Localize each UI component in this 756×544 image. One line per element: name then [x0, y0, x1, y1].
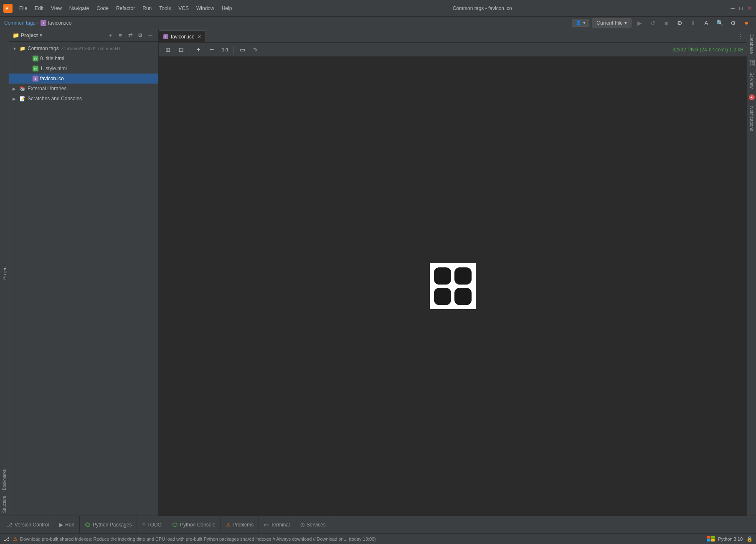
- version-control-icon: ⎇: [7, 522, 13, 528]
- panel-toolbar: + ≡ ⇄ ⚙ ─: [106, 31, 155, 40]
- grid-button[interactable]: ⊟: [175, 44, 187, 56]
- tree-root-label: Common tags: [28, 46, 59, 51]
- hide-panel-button[interactable]: ─: [146, 31, 155, 40]
- warning-icon[interactable]: ⚠: [12, 536, 18, 542]
- menu-vcs[interactable]: VCS: [175, 4, 192, 13]
- encoding-icon[interactable]: 🔒: [746, 536, 753, 542]
- current-file-arrow: ▾: [624, 20, 627, 26]
- menu-code[interactable]: Code: [93, 4, 112, 13]
- bookmarks-label[interactable]: Bookmarks: [1, 467, 8, 493]
- git-icon[interactable]: ⎇: [3, 536, 10, 542]
- menu-help[interactable]: Help: [218, 4, 236, 13]
- search-button[interactable]: 🔍: [714, 18, 725, 28]
- menu-edit[interactable]: Edit: [31, 4, 47, 13]
- tree-scratches-consoles[interactable]: ▶ 📝 Scratches and Consoles: [9, 94, 158, 104]
- file-tree: ▼ 📁 Common tags C:\Users\13600\front end…: [9, 42, 158, 432]
- profile-button[interactable]: 👤 ▾: [572, 19, 589, 27]
- pause-button[interactable]: ⏸: [688, 18, 698, 28]
- favicon-circle-1: [434, 267, 451, 285]
- project-panel-header: 📁 Project ▾ + ≡ ⇄ ⚙ ─: [9, 29, 158, 42]
- notifications-tab[interactable]: Notifications: [748, 103, 756, 135]
- fit-page-button[interactable]: ⊞: [162, 44, 174, 56]
- python-version[interactable]: Python 3.10: [718, 536, 743, 541]
- favicon-circle-4: [454, 288, 472, 305]
- run-tab[interactable]: ▶ Run: [54, 516, 80, 533]
- stop-button[interactable]: ■: [661, 18, 672, 28]
- breadcrumb-filename: favicon.ico: [48, 20, 72, 26]
- python-packages-icon: [85, 522, 91, 528]
- toolbar-divider: [190, 46, 190, 54]
- tree-item-label: External Libraries: [28, 86, 66, 92]
- coverage-button[interactable]: ⚙: [674, 18, 685, 28]
- image-size-info: 32x32 PNG (24-bit color) 1.2 kB: [672, 47, 743, 53]
- database-tab[interactable]: Database: [748, 31, 756, 57]
- favicon-icon: I: [41, 20, 46, 26]
- problems-icon: ⚠: [226, 522, 231, 528]
- status-right: Python 3.10 🔒: [707, 536, 753, 542]
- image-viewer-toolbar: ⊞ ⊟ + − 1:1 ▭ ✎ 32x32 PNG (24-bit color)…: [159, 43, 747, 57]
- project-title-arrow[interactable]: ▾: [40, 33, 42, 38]
- terminal-icon: ▭: [264, 522, 269, 528]
- tree-item-label: 1. style.html: [40, 66, 67, 71]
- actual-size-button[interactable]: 1:1: [219, 44, 231, 56]
- structure-label[interactable]: Structure: [1, 493, 8, 516]
- python-packages-tab[interactable]: Python Packages: [80, 516, 137, 533]
- menu-view[interactable]: View: [48, 4, 65, 13]
- run-button[interactable]: ▶: [634, 18, 645, 28]
- status-bar: ⎇ ⚠ Download pre-built shared indexes: R…: [0, 533, 756, 544]
- run-label: Run: [65, 522, 74, 528]
- breadcrumb-separator: ›: [37, 20, 39, 26]
- tree-item-style-html[interactable]: H 1. style.html: [9, 64, 158, 74]
- tree-item-title-html[interactable]: H 0. title.html: [9, 53, 158, 64]
- close-button[interactable]: ✕: [746, 5, 753, 12]
- maximize-button[interactable]: □: [738, 5, 744, 12]
- tab-ico-icon: I: [163, 34, 168, 39]
- svg-rect-6: [752, 64, 754, 65]
- tree-external-libraries[interactable]: ▶ 📚 External Libraries: [9, 84, 158, 94]
- add-item-button[interactable]: +: [106, 31, 115, 40]
- project-label-text: Project: [2, 265, 7, 280]
- problems-tab[interactable]: ⚠ Problems: [221, 516, 259, 533]
- sciview-tab[interactable]: SciView: [748, 69, 756, 92]
- tree-root-folder[interactable]: ▼ 📁 Common tags C:\Users\13600\front end…: [9, 43, 158, 53]
- menu-tools[interactable]: Tools: [156, 4, 174, 13]
- menu-refactor[interactable]: Refactor: [113, 4, 138, 13]
- breadcrumb-project[interactable]: Common tags: [4, 20, 36, 26]
- tree-item-favicon[interactable]: I favicon.ico: [9, 74, 158, 84]
- svg-text:P: P: [5, 6, 8, 11]
- python-console-tab[interactable]: Python Console: [167, 516, 221, 533]
- panel-settings-button[interactable]: ⚙: [136, 31, 145, 40]
- left-sidebar-extra: Bookmarks Structure: [0, 432, 9, 516]
- breadcrumb-right-controls: 👤 ▾ Current File ▾ ▶ ↺ ■ ⚙ ⏸ A 🔍 ⚙ ●: [572, 18, 752, 28]
- collapse-all-button[interactable]: ≡: [116, 31, 125, 40]
- more-tabs-button[interactable]: ⋮: [733, 31, 747, 42]
- current-file-button[interactable]: Current File ▾: [592, 18, 632, 28]
- menu-file[interactable]: File: [16, 4, 30, 13]
- zoom-in-button[interactable]: +: [193, 44, 204, 56]
- status-message: Download pre-built shared indexes: Reduc…: [20, 536, 705, 541]
- scroll-from-source-button[interactable]: ⇄: [126, 31, 135, 40]
- eyedropper-button[interactable]: ✎: [250, 44, 261, 56]
- settings-button[interactable]: ⚙: [728, 18, 738, 28]
- services-tab[interactable]: ◎ Services: [295, 516, 331, 533]
- background-button[interactable]: ▭: [236, 44, 248, 56]
- scratches-icon: 📝: [19, 95, 26, 102]
- terminal-tab[interactable]: ▭ Terminal: [259, 516, 295, 533]
- zoom-out-button[interactable]: −: [206, 44, 218, 56]
- version-control-tab[interactable]: ⎇ Version Control: [2, 516, 54, 533]
- refresh-button[interactable]: ↺: [647, 18, 658, 28]
- menu-window[interactable]: Window: [193, 4, 218, 13]
- problems-label: Problems: [233, 522, 254, 528]
- run-icon: ▶: [59, 522, 63, 528]
- todo-tab[interactable]: ≡ TODO: [137, 516, 167, 533]
- tab-close-button[interactable]: ✕: [197, 34, 201, 40]
- project-panel-title: 📁 Project ▾: [13, 32, 42, 38]
- project-title-text: Project: [21, 33, 38, 38]
- python-console-icon: [172, 522, 178, 528]
- menu-run[interactable]: Run: [139, 4, 155, 13]
- minimize-button[interactable]: ─: [729, 5, 736, 12]
- tree-item-label: 0. title.html: [40, 56, 64, 61]
- translate-button[interactable]: A: [701, 18, 712, 28]
- tab-favicon[interactable]: I favicon.ico ✕: [159, 31, 206, 42]
- menu-navigate[interactable]: Navigate: [66, 4, 92, 13]
